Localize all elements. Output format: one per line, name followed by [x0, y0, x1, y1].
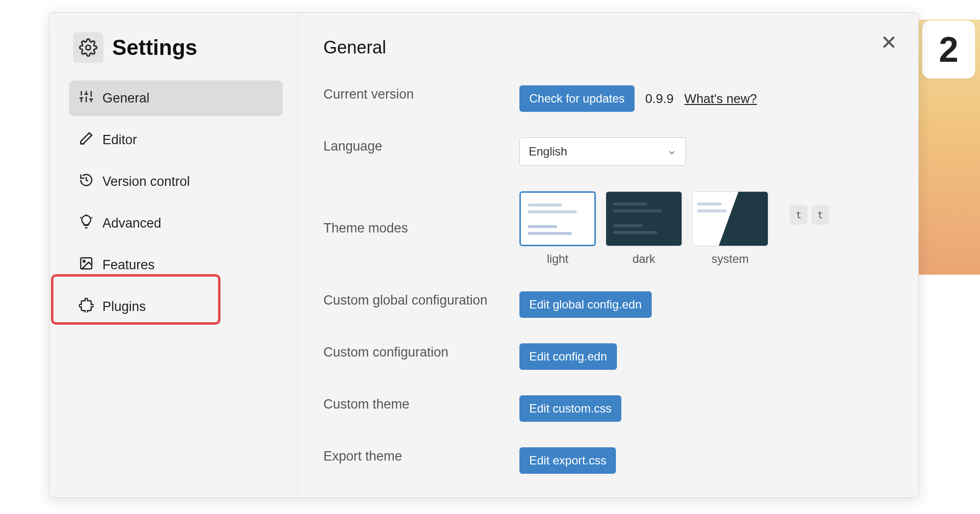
label-export-theme: Export theme [323, 447, 519, 466]
sidebar-item-features[interactable]: Features [69, 247, 283, 283]
sliders-icon [79, 89, 94, 107]
theme-option-dark[interactable]: dark [606, 191, 682, 266]
history-icon [79, 173, 94, 191]
content-heading: General [323, 37, 884, 58]
theme-option-light[interactable]: light [519, 191, 596, 266]
svg-point-14 [83, 260, 85, 262]
settings-content: General Current version Check for update… [298, 13, 918, 497]
theme-thumb-dark [606, 191, 682, 246]
edit-custom-css-button[interactable]: Edit custom.css [519, 395, 621, 422]
language-select[interactable]: English [519, 137, 686, 166]
edit-global-config-button[interactable]: Edit global config.edn [519, 291, 652, 318]
language-selected-value: English [529, 145, 567, 158]
svg-line-11 [80, 217, 82, 218]
row-theme-modes: Theme modes light [323, 191, 884, 266]
theme-option-system[interactable]: system [692, 191, 768, 266]
gear-icon [73, 32, 103, 63]
row-custom-theme: Custom theme Edit custom.css [323, 395, 884, 422]
svg-point-0 [86, 45, 91, 50]
sidebar-item-label: General [102, 91, 149, 106]
theme-thumb-light [519, 191, 596, 246]
sidebar-item-label: Plugins [102, 299, 146, 314]
settings-sidebar: Settings General Editor Version control … [49, 13, 298, 497]
label-theme-modes: Theme modes [323, 219, 519, 238]
sidebar-item-label: Version control [102, 174, 190, 189]
sidebar-item-advanced[interactable]: Advanced [69, 206, 283, 241]
sidebar-item-version-control[interactable]: Version control [69, 164, 283, 200]
whats-new-link[interactable]: What's new? [685, 91, 757, 106]
sidebar-item-plugins[interactable]: Plugins [69, 289, 283, 325]
label-custom-theme: Custom theme [323, 395, 519, 414]
edit-export-css-button[interactable]: Edit export.css [519, 447, 616, 474]
shortcut-pill[interactable]: t [790, 205, 808, 225]
sidebar-item-general[interactable]: General [69, 80, 283, 116]
settings-nav: General Editor Version control Advanced … [69, 80, 283, 325]
label-custom-config: Custom configuration [323, 343, 519, 362]
chevron-down-icon [667, 147, 677, 156]
row-custom-config: Custom configuration Edit config.edn [323, 343, 884, 370]
settings-title: Settings [112, 35, 197, 60]
row-language: Language English [323, 137, 884, 166]
theme-label-light: light [547, 252, 568, 266]
close-button[interactable] [878, 31, 900, 53]
shortcut-pill[interactable]: t [811, 205, 829, 225]
theme-shortcut-pills: t t [790, 205, 829, 225]
sidebar-item-label: Features [102, 257, 155, 273]
bulb-icon [79, 214, 94, 232]
row-global-config: Custom global configuration Edit global … [323, 291, 884, 318]
label-current-version: Current version [323, 85, 519, 104]
row-export-theme: Export theme Edit export.css [323, 447, 884, 474]
date-badge: 2 [922, 21, 975, 78]
row-current-version: Current version Check for updates 0.9.9 … [323, 85, 884, 112]
settings-title-row: Settings [73, 32, 283, 63]
sidebar-item-editor[interactable]: Editor [69, 122, 283, 158]
sidebar-item-label: Editor [102, 132, 137, 148]
puzzle-icon [79, 298, 94, 316]
sidebar-item-label: Advanced [102, 216, 161, 231]
label-language: Language [323, 137, 519, 156]
svg-line-12 [91, 217, 93, 218]
label-global-config: Custom global configuration [323, 291, 519, 310]
theme-label-system: system [711, 252, 749, 266]
theme-thumb-system [692, 191, 768, 246]
pencil-icon [79, 131, 94, 149]
theme-label-dark: dark [633, 252, 656, 266]
check-updates-button[interactable]: Check for updates [519, 85, 635, 112]
edit-config-button[interactable]: Edit config.edn [519, 343, 617, 370]
image-icon [79, 256, 94, 274]
settings-modal: Settings General Editor Version control … [49, 12, 919, 498]
version-value: 0.9.9 [645, 91, 674, 106]
